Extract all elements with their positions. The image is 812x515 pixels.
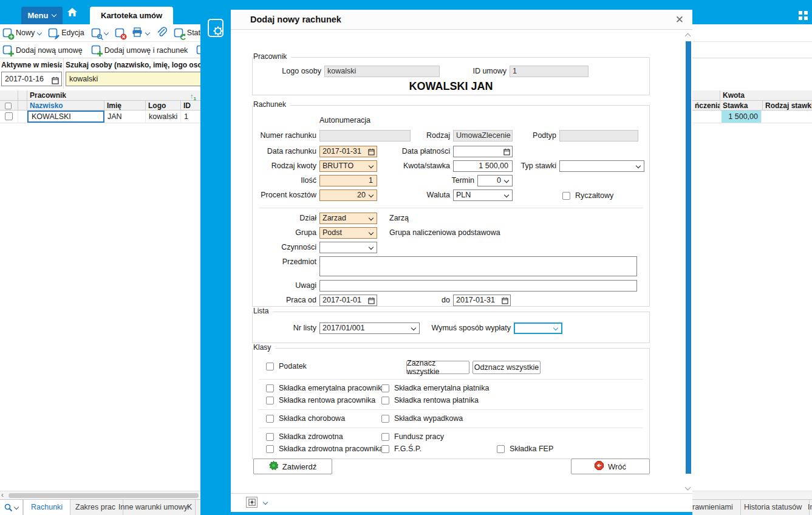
- select-all-checkbox-header[interactable]: [0, 101, 18, 111]
- calendar-icon[interactable]: [503, 148, 510, 157]
- scrollbar-thumb[interactable]: [9, 493, 199, 498]
- new-button[interactable]: Nowy: [2, 28, 41, 38]
- procent-kosztow-label: Procent kosztów: [253, 189, 316, 201]
- wymus-sposob-wyplaty-select[interactable]: [514, 322, 562, 334]
- search-document-button[interactable]: [91, 28, 108, 38]
- chevron-down-icon[interactable]: [263, 500, 268, 505]
- col-header-stawka[interactable]: Stawka: [720, 101, 763, 111]
- data-rachunku-input[interactable]: 2017-01-31: [319, 146, 377, 157]
- skladka-fep-row[interactable]: Składka FEP: [497, 445, 553, 453]
- skladka-chorobowa-checkbox[interactable]: [266, 415, 274, 423]
- termin-select[interactable]: 0: [477, 175, 513, 186]
- col-header-rodzaj-stawki[interactable]: Rodzaj stawki: [763, 101, 812, 111]
- czynnosci-select[interactable]: [319, 242, 377, 253]
- calendar-icon[interactable]: [368, 297, 375, 306]
- skladka-wypadkowa-checkbox[interactable]: [381, 415, 389, 423]
- tab-kartoteka-umow[interactable]: Kartoteka umów: [90, 7, 173, 24]
- calendar-icon[interactable]: [52, 75, 59, 89]
- skladka-zdrowotna-pracownika-checkbox[interactable]: [266, 445, 274, 453]
- fgsp-checkbox[interactable]: [381, 445, 389, 453]
- skladka-emerytalna-pracownika-row[interactable]: Składka emerytalna pracownika: [266, 384, 386, 392]
- divider: [259, 409, 643, 410]
- tab-rachunki[interactable]: Rachunki: [23, 500, 70, 515]
- back-button[interactable]: Wróć: [571, 459, 650, 474]
- skladka-zdrowotna-checkbox[interactable]: [266, 433, 274, 441]
- waluta-select[interactable]: PLN: [453, 189, 513, 201]
- ryczaltowy-checkbox-row[interactable]: Ryczałtowy: [562, 191, 613, 200]
- podatek-checkbox-row[interactable]: Podatek: [266, 362, 307, 370]
- scroll-left-icon[interactable]: ‹: [1, 491, 4, 499]
- ilosc-input[interactable]: 1: [319, 175, 377, 186]
- settings-window-button[interactable]: [246, 497, 258, 508]
- delete-button[interactable]: [115, 28, 125, 38]
- modal-bottom-bar: [231, 493, 692, 509]
- skladka-zdrowotna-pracownika-row[interactable]: Składka zdrowotna pracownika: [266, 445, 383, 453]
- deselect-all-button[interactable]: Odznacz wszystkie: [473, 361, 541, 374]
- cell-id[interactable]: 1: [181, 111, 202, 123]
- calendar-icon[interactable]: [368, 148, 375, 157]
- apps-grid-icon[interactable]: [799, 11, 808, 20]
- przedmiot-textarea[interactable]: [319, 256, 637, 276]
- uwagi-input[interactable]: [319, 280, 637, 292]
- modal-scrollbar-thumb[interactable]: [686, 41, 691, 474]
- col-header-zakonczenia[interactable]: ńczenia: [692, 101, 720, 111]
- close-icon[interactable]: ✕: [675, 13, 684, 26]
- typ-stawki-select[interactable]: [559, 160, 644, 172]
- col-header-logo[interactable]: Logo: [146, 101, 181, 111]
- praca-do-input[interactable]: 2017-01-31: [453, 295, 511, 306]
- dzial-select[interactable]: Zarzad: [319, 213, 377, 224]
- cell-imie[interactable]: JAN: [104, 111, 146, 123]
- scroll-down-icon[interactable]: [685, 485, 691, 491]
- tab-partial-left[interactable]: K: [180, 500, 199, 515]
- praca-od-input[interactable]: 2017-01-01: [319, 295, 377, 306]
- cell-nazwisko-selected[interactable]: KOWALSKI: [27, 111, 104, 123]
- bottom-search-button[interactable]: [0, 500, 23, 515]
- group-header-pracownik[interactable]: Pracownik ↑1: [27, 90, 202, 101]
- home-icon[interactable]: [67, 7, 78, 17]
- calendar-icon[interactable]: [502, 297, 508, 306]
- skladka-fep-checkbox[interactable]: [497, 445, 505, 453]
- menu-button[interactable]: Menu: [21, 7, 63, 24]
- add-contract-button[interactable]: Dodaj nową umowę: [2, 45, 83, 55]
- cell-logo[interactable]: kowalski: [146, 111, 181, 123]
- print-button[interactable]: [132, 27, 149, 39]
- skladka-rentowa-pracownika-row[interactable]: Składka rentowa pracownika: [266, 396, 375, 404]
- skladka-chorobowa-row[interactable]: Składka chorobowa: [266, 414, 345, 423]
- modal-vertical-scrollbar[interactable]: [684, 32, 692, 492]
- col-header-imie[interactable]: Imię: [104, 101, 146, 111]
- select-all-button[interactable]: Zaznacz wszystkie: [406, 361, 469, 374]
- search-person-input[interactable]: kowalski: [66, 72, 202, 86]
- row-checkbox[interactable]: [0, 111, 18, 123]
- add-contract-invoice-button[interactable]: Dodaj umowę i rachunek: [91, 45, 188, 55]
- data-platnosci-input[interactable]: [453, 146, 513, 157]
- attachment-button[interactable]: [156, 27, 167, 39]
- scroll-up-icon[interactable]: [685, 33, 691, 39]
- edit-button[interactable]: Edycja: [48, 28, 84, 38]
- skladka-zdrowotna-row[interactable]: Składka zdrowotna: [266, 432, 343, 441]
- confirm-button[interactable]: Zatwierdź: [253, 459, 332, 474]
- ryczaltowy-checkbox[interactable]: [562, 192, 570, 200]
- fgsp-row[interactable]: F.G.Ś.P.: [381, 445, 421, 453]
- col-header-id[interactable]: ID: [181, 101, 202, 111]
- skladka-emerytalna-platnika-checkbox[interactable]: [381, 384, 389, 392]
- fundusz-pracy-checkbox[interactable]: [381, 433, 389, 441]
- col-header-nazwisko[interactable]: Nazwisko: [27, 101, 104, 111]
- fundusz-pracy-row[interactable]: Fundusz pracy: [381, 432, 444, 441]
- cell-stawka[interactable]: 1 500,00: [722, 111, 762, 123]
- skladka-emerytalna-platnika-row[interactable]: Składka emerytalna płatnika: [381, 384, 489, 392]
- skladka-rentowa-platnika-checkbox[interactable]: [381, 397, 389, 404]
- skladka-rentowa-platnika-row[interactable]: Składka rentowa płatnika: [381, 396, 479, 404]
- skladka-wypadkowa-row[interactable]: Składka wypadkowa: [381, 414, 463, 423]
- rodzaj-kwoty-select[interactable]: BRUTTO: [319, 160, 377, 172]
- sort-ascending-icon[interactable]: ↑1: [190, 91, 196, 101]
- skladka-rentowa-pracownika-checkbox[interactable]: [266, 397, 274, 404]
- active-month-date-input[interactable]: 2017-01-16: [1, 72, 62, 86]
- group-header-kwota[interactable]: Kwota: [720, 90, 812, 101]
- skladka-emerytalna-pracownika-checkbox[interactable]: [266, 384, 274, 392]
- tab-partial-right[interactable]: In: [800, 500, 812, 515]
- tab-historia-statusow[interactable]: Historia statusów: [737, 500, 810, 515]
- tab-uprawnieniami-partial[interactable]: rawnieniami: [690, 500, 741, 515]
- podatek-checkbox[interactable]: [266, 363, 274, 370]
- procent-kosztow-select[interactable]: 20: [319, 189, 377, 201]
- grupa-select[interactable]: Podst: [319, 227, 377, 239]
